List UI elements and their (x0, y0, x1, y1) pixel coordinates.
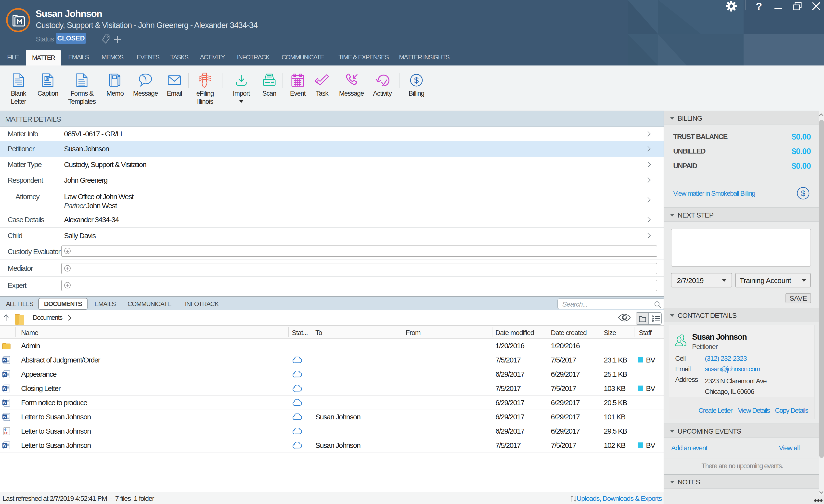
svg-text:W: W (3, 386, 6, 390)
svg-text:pdf: pdf (4, 432, 8, 434)
svg-text:W: W (3, 443, 6, 447)
svg-text:$: $ (414, 76, 419, 85)
svg-text:W: W (3, 358, 6, 362)
svg-text:W: W (3, 401, 6, 405)
svg-text:W: W (3, 372, 6, 376)
svg-text:W: W (3, 415, 6, 419)
svg-text:e: e (4, 427, 7, 431)
svg-text:$: $ (801, 189, 805, 198)
